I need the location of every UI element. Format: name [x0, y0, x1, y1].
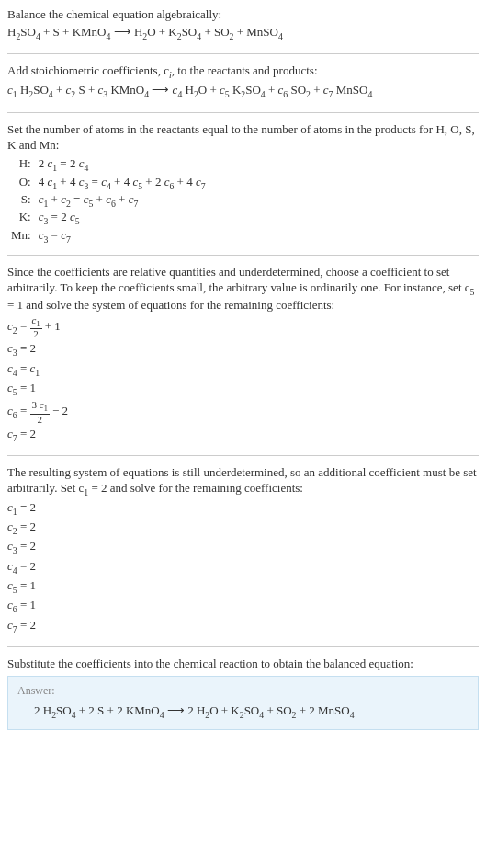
- element-label: H:: [7, 156, 35, 174]
- section-first-solve: Since the coefficients are relative quan…: [7, 265, 479, 456]
- element-label: O:: [7, 175, 35, 192]
- final-c1: c1 = 2: [7, 500, 479, 518]
- final-c5: c5 = 1: [7, 578, 479, 596]
- balance-eq-O: 4 c1 + 4 c3 = c4 + 4 c5 + 2 c6 + 4 c7: [35, 175, 209, 192]
- element-label: S:: [7, 192, 35, 210]
- section-substitute: Substitute the coefficients into the che…: [7, 657, 479, 739]
- balance-eq-H: 2 c1 = 2 c4: [35, 156, 209, 174]
- coeff-c2: c2 = c12 + 1: [7, 315, 479, 339]
- section-atom-balance: Set the number of atoms in the reactants…: [7, 122, 479, 256]
- answer-label: Answer:: [17, 684, 469, 699]
- element-label: K:: [7, 210, 35, 227]
- coeff-c7: c7 = 2: [7, 427, 479, 444]
- section-stoichiometric: Add stoichiometric coefficients, ci, to …: [7, 63, 479, 113]
- section-problem: Balance the chemical equation algebraica…: [7, 7, 479, 54]
- table-row: K: c3 = 2 c5: [7, 210, 209, 227]
- balance-eq-Mn: c3 = c7: [35, 228, 209, 246]
- final-c6: c6 = 1: [7, 598, 479, 615]
- coeff-c4: c4 = c1: [7, 361, 479, 379]
- balance-eq-S: c1 + c2 = c5 + c6 + c7: [35, 192, 209, 210]
- element-label: Mn:: [7, 228, 35, 246]
- atom-balance-intro: Set the number of atoms in the reactants…: [7, 122, 479, 154]
- stoich-intro: Add stoichiometric coefficients, ci, to …: [7, 63, 479, 81]
- balanced-equation: 2 H2SO4 + 2 S + 2 KMnO4 ⟶ 2 H2O + K2SO4 …: [17, 703, 469, 721]
- final-c2: c2 = 2: [7, 520, 479, 537]
- stoich-equation: c1 H2SO4 + c2 S + c3 KMnO4 ⟶ c4 H2O + c5…: [7, 83, 479, 100]
- balance-table: H: 2 c1 = 2 c4 O: 4 c1 + 4 c3 = c4 + 4 c…: [7, 156, 209, 245]
- table-row: S: c1 + c2 = c5 + c6 + c7: [7, 192, 209, 210]
- unbalanced-equation: H2SO4 + S + KMnO4 ⟶ H2O + K2SO4 + SO2 + …: [7, 25, 479, 42]
- problem-statement: Balance the chemical equation algebraica…: [7, 7, 479, 23]
- balance-eq-K: c3 = 2 c5: [35, 210, 209, 227]
- coeff-c5: c5 = 1: [7, 381, 479, 398]
- first-solve-intro: Since the coefficients are relative quan…: [7, 265, 479, 314]
- coeff-c6: c6 = 3 c12 − 2: [7, 400, 479, 424]
- table-row: Mn: c3 = c7: [7, 228, 209, 246]
- section-second-solve: The resulting system of equations is sti…: [7, 465, 479, 647]
- table-row: O: 4 c1 + 4 c3 = c4 + 4 c5 + 2 c6 + 4 c7: [7, 175, 209, 192]
- table-row: H: 2 c1 = 2 c4: [7, 156, 209, 174]
- final-c7: c7 = 2: [7, 618, 479, 635]
- final-c4: c4 = 2: [7, 559, 479, 577]
- second-solve-intro: The resulting system of equations is sti…: [7, 465, 479, 498]
- substitute-intro: Substitute the coefficients into the che…: [7, 657, 479, 672]
- answer-box: Answer: 2 H2SO4 + 2 S + 2 KMnO4 ⟶ 2 H2O …: [7, 676, 479, 730]
- final-c3: c3 = 2: [7, 539, 479, 556]
- coeff-c3: c3 = 2: [7, 341, 479, 359]
